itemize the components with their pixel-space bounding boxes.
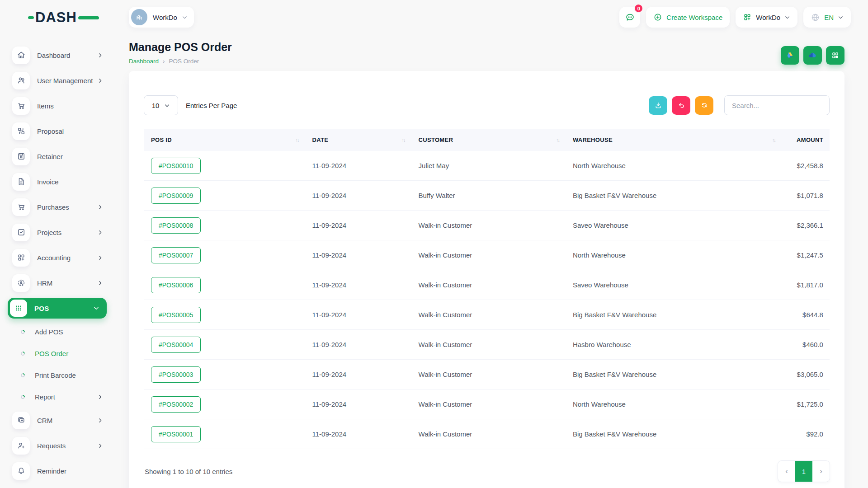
- cell-date: 11-09-2024: [305, 162, 411, 169]
- table-footer: Showing 1 to 10 of 10 entries ‹ 1 ›: [144, 461, 830, 482]
- topbar-actions: 0 Create Workspace WorkDo EN: [619, 7, 851, 28]
- cell-amount: $1,817.0: [782, 281, 830, 289]
- pos-id-badge[interactable]: #POS00009: [151, 188, 201, 204]
- chevron-down-icon: [93, 305, 99, 311]
- cell-date: 11-09-2024: [305, 281, 411, 289]
- table-row: #POS00003 11-09-2024 Walk-in Customer Bi…: [144, 360, 830, 389]
- pos-id-badge[interactable]: #POS00001: [151, 426, 201, 442]
- cell-pos-id: #POS00009: [144, 188, 305, 204]
- entries-per-page-value: 10: [152, 102, 160, 109]
- sidebar-item-items[interactable]: Items: [0, 93, 119, 118]
- column-header-pos-id[interactable]: POS ID: [144, 129, 305, 151]
- cell-pos-id: #POS00004: [144, 337, 305, 353]
- chevron-right-icon: [97, 78, 103, 84]
- undo-icon: [677, 101, 685, 109]
- sidebar-item-accounting[interactable]: Accounting: [0, 245, 119, 270]
- cell-customer: Walk-in Customer: [411, 251, 566, 259]
- table-row: #POS00009 11-09-2024 Buffy Walter Big Ba…: [144, 181, 830, 211]
- column-label: CUSTOMER: [419, 136, 453, 143]
- sidebar-item-purchases[interactable]: Purchases: [0, 194, 119, 220]
- pos-id-badge[interactable]: #POS00004: [151, 337, 201, 353]
- chevron-right-icon: [97, 52, 103, 58]
- bullet-ring-icon: [20, 372, 26, 378]
- cell-amount: $1,071.8: [782, 192, 830, 199]
- table-row: #POS00006 11-09-2024 Walk-in Customer Sa…: [144, 270, 830, 300]
- cell-warehouse: Hasbro Warehouse: [566, 341, 782, 348]
- sidebar-item-pos[interactable]: POS: [8, 298, 107, 319]
- pagination-next-button[interactable]: ›: [812, 461, 830, 482]
- cell-warehouse: Saveo Warehouse: [566, 221, 782, 229]
- refresh-button[interactable]: [695, 96, 713, 115]
- pos-id-badge[interactable]: #POS00005: [151, 307, 201, 323]
- grid-plus-icon: [743, 13, 752, 22]
- sidebar-item-reminder[interactable]: Reminder: [0, 458, 119, 483]
- sidebar-item-hrm[interactable]: HRM: [0, 270, 119, 296]
- google-drive-button[interactable]: [781, 46, 799, 65]
- sidebar-item-label: POS Order: [35, 350, 68, 357]
- sort-icon[interactable]: [402, 136, 405, 143]
- cell-warehouse: Saveo Warehouse: [566, 281, 782, 289]
- pos-id-badge[interactable]: #POS00010: [151, 158, 201, 174]
- app-logo[interactable]: DASH: [0, 0, 119, 35]
- sidebar-item-print-barcode[interactable]: Print Barcode: [0, 364, 119, 386]
- download-icon: [654, 101, 662, 109]
- sidebar-item-pos-order[interactable]: POS Order: [0, 343, 119, 364]
- sidebar-item-proposal[interactable]: Proposal: [0, 118, 119, 144]
- table-row: #POS00001 11-09-2024 Walk-in Customer Bi…: [144, 419, 830, 449]
- onedrive-button[interactable]: [803, 46, 822, 65]
- entries-per-page-select[interactable]: 10: [144, 95, 178, 115]
- column-header-amount[interactable]: AMOUNT: [782, 129, 830, 151]
- check-square-icon: [12, 224, 30, 241]
- sidebar-item-label: Add POS: [35, 328, 63, 336]
- cell-warehouse: North Warehouse: [566, 400, 782, 408]
- pos-id-badge[interactable]: #POS00003: [151, 366, 201, 383]
- workspace-selector[interactable]: WorkDo: [129, 7, 194, 28]
- cell-customer: Walk-in Customer: [411, 311, 566, 319]
- cards-icon: [12, 412, 30, 429]
- cell-amount: $1,247.5: [782, 251, 830, 259]
- create-workspace-button[interactable]: Create Workspace: [646, 7, 730, 28]
- pos-order-table: POS ID DATE CUSTOMER WAREHOUSE AMOUNT: [144, 129, 830, 449]
- sidebar-item-invoice[interactable]: Invoice: [0, 169, 119, 194]
- table-row: #POS00008 11-09-2024 Walk-in Customer Sa…: [144, 211, 830, 240]
- pos-id-badge[interactable]: #POS00007: [151, 247, 201, 263]
- sidebar-item-dashboard[interactable]: Dashboard: [0, 42, 119, 68]
- sidebar-item-user-management[interactable]: User Management: [0, 68, 119, 93]
- cell-warehouse: North Warehouse: [566, 162, 782, 169]
- bullet-ring-icon: [20, 351, 26, 357]
- bullet-ring-icon: [20, 394, 26, 400]
- column-header-warehouse[interactable]: WAREHOUSE: [566, 129, 782, 151]
- sidebar-nav: Dashboard User Management Items Proposal: [0, 35, 119, 483]
- cell-date: 11-09-2024: [305, 311, 411, 319]
- breadcrumb-dashboard-link[interactable]: Dashboard: [129, 58, 159, 65]
- sort-icon[interactable]: [295, 136, 298, 143]
- sidebar-item-crm[interactable]: CRM: [0, 408, 119, 433]
- export-button[interactable]: [649, 96, 667, 115]
- bullet-ring-icon: [20, 329, 26, 335]
- pos-id-badge[interactable]: #POS00006: [151, 277, 201, 293]
- pagination-page-1[interactable]: 1: [795, 461, 812, 482]
- sidebar-item-projects[interactable]: Projects: [0, 220, 119, 245]
- search-input[interactable]: [724, 95, 830, 115]
- sort-icon[interactable]: [772, 136, 775, 143]
- language-selector[interactable]: EN: [803, 7, 851, 28]
- cell-warehouse: Big Basket F&V Warehouse: [566, 371, 782, 378]
- pos-id-badge[interactable]: #POS00008: [151, 217, 201, 234]
- sidebar-item-report[interactable]: Report: [0, 386, 119, 408]
- user-plus-icon: [12, 437, 30, 455]
- column-header-date[interactable]: DATE: [305, 129, 411, 151]
- sort-icon[interactable]: [556, 136, 559, 143]
- reset-button[interactable]: [672, 96, 690, 115]
- pagination-prev-button[interactable]: ‹: [778, 461, 795, 482]
- pos-id-badge[interactable]: #POS00002: [151, 396, 201, 413]
- sidebar-item-add-pos[interactable]: Add POS: [0, 321, 119, 343]
- sidebar-item-requests[interactable]: Requests: [0, 433, 119, 458]
- grid-view-button[interactable]: [826, 46, 844, 65]
- cell-pos-id: #POS00005: [144, 307, 305, 323]
- column-header-customer[interactable]: CUSTOMER: [411, 129, 566, 151]
- sidebar-item-retainer[interactable]: Retainer: [0, 144, 119, 169]
- table-tools: [649, 95, 830, 115]
- workspace-menu-button[interactable]: WorkDo: [736, 7, 797, 28]
- sidebar-item-label: Retainer: [37, 153, 63, 160]
- chat-button[interactable]: 0: [619, 7, 640, 28]
